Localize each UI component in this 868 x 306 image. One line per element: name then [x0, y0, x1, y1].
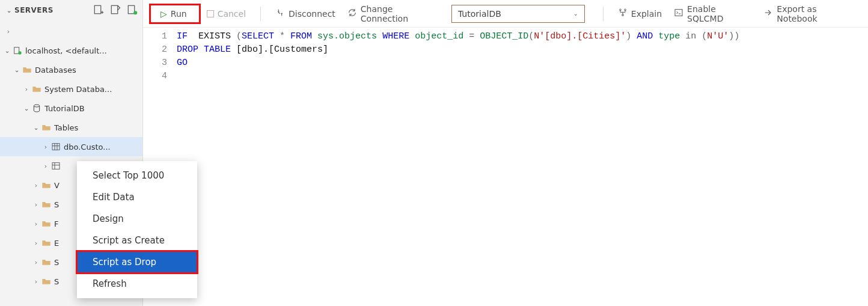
export-icon [763, 8, 773, 19]
chevron-down-icon[interactable]: ⌄ [31, 124, 41, 132]
tree-tutorialdb-row[interactable]: ⌄ TutorialDB [0, 99, 142, 118]
refresh-icon [347, 8, 357, 19]
svg-point-7 [18, 51, 21, 54]
code-line[interactable]: IF EXISTS (SELECT * FROM sys.objects WHE… [177, 30, 868, 43]
svg-point-17 [624, 9, 626, 11]
play-icon: ▷ [160, 9, 167, 19]
chevron-down-icon[interactable]: ⌄ [2, 47, 12, 55]
chevron-down-icon: ⌄ [573, 10, 578, 17]
svg-point-5 [133, 11, 137, 14]
sqlcmd-button[interactable]: Enable SQLCMD [668, 2, 757, 26]
table-icon [50, 142, 61, 151]
folder-icon [41, 180, 52, 190]
svg-rect-19 [675, 10, 682, 16]
table-icon [50, 161, 61, 171]
code-line[interactable]: GO [177, 57, 868, 70]
tree-label: localhost, <default... [25, 46, 107, 55]
menu-script-as-create[interactable]: Script as Create [77, 230, 197, 251]
stop-icon [207, 10, 214, 17]
menu-refresh[interactable]: Refresh [77, 273, 197, 295]
sidebar-title: SERVERS [14, 6, 93, 14]
folder-icon [31, 84, 42, 94]
svg-point-16 [619, 9, 621, 11]
code-line[interactable]: DROP TABLE [dbo].[Customers] [177, 43, 868, 57]
chevron-right-icon[interactable]: › [41, 143, 50, 151]
server-status-icon[interactable] [127, 4, 138, 17]
separator [260, 7, 261, 21]
tree-sysdb-row[interactable]: › System Databa... [0, 79, 142, 99]
svg-rect-0 [94, 5, 101, 14]
run-highlight: ▷ Run [149, 4, 201, 24]
chevron-right-icon[interactable]: › [31, 201, 41, 209]
new-query-icon[interactable] [110, 4, 121, 17]
folder-icon [41, 277, 52, 286]
disconnect-button[interactable]: Disconnect [269, 5, 341, 22]
cancel-button[interactable]: Cancel [201, 7, 252, 21]
new-connection-icon[interactable] [93, 4, 104, 17]
menu-script-as-drop[interactable]: Script as Drop [77, 251, 197, 273]
export-button[interactable]: Export as Notebook [757, 2, 862, 26]
chevron-right-icon[interactable]: › [4, 28, 13, 35]
chevron-down-icon[interactable]: ⌄ [5, 7, 13, 14]
run-button[interactable]: ▷ Run [152, 7, 195, 21]
chevron-right-icon[interactable]: › [31, 239, 41, 247]
database-select[interactable]: TutorialDB ⌄ [451, 5, 585, 23]
svg-point-8 [34, 105, 39, 107]
tree-label: System Databa... [44, 85, 112, 94]
folder-icon [41, 123, 52, 132]
disconnect-icon [275, 8, 285, 19]
sidebar-header: ⌄ SERVERS [0, 0, 142, 20]
context-menu: Select Top 1000 Edit Data Design Script … [77, 161, 197, 298]
chevron-down-icon[interactable]: ⌄ [12, 66, 22, 74]
folder-icon [41, 238, 52, 248]
explain-button[interactable]: Explain [612, 5, 668, 22]
chevron-right-icon[interactable]: › [41, 162, 50, 170]
chevron-right-icon[interactable]: › [31, 182, 41, 189]
code-line[interactable] [177, 70, 868, 83]
svg-rect-13 [52, 163, 60, 170]
tree-server-row[interactable]: ⌄ localhost, <default... [0, 41, 142, 60]
code-body[interactable]: IF EXISTS (SELECT * FROM sys.objects WHE… [177, 30, 868, 83]
tree-tables-row[interactable]: ⌄ Tables [0, 118, 142, 137]
server-icon [12, 46, 23, 55]
change-connection-button[interactable]: Change Connection [341, 2, 445, 26]
explain-icon [618, 8, 628, 19]
chevron-right-icon[interactable]: › [31, 220, 41, 228]
menu-edit-data[interactable]: Edit Data [77, 186, 197, 208]
tree-label: dbo.Custo... [64, 142, 111, 151]
menu-design[interactable]: Design [77, 208, 197, 230]
main: ▷ Run Cancel Disconnect Change Connectio… [143, 0, 868, 306]
tree-customers-row[interactable]: › dbo.Custo... [0, 137, 142, 156]
svg-point-18 [622, 14, 623, 16]
menu-select-top-1000[interactable]: Select Top 1000 [77, 165, 197, 186]
separator [603, 7, 604, 21]
tree-empty-row[interactable]: › [0, 22, 142, 41]
gutter: 1 2 3 4 [143, 30, 177, 83]
svg-rect-9 [52, 144, 60, 150]
database-icon [31, 103, 42, 113]
tree-label: Tables [54, 123, 78, 132]
svg-rect-4 [128, 5, 135, 14]
terminal-icon [674, 8, 683, 19]
svg-rect-3 [111, 5, 118, 14]
code-editor[interactable]: 1 2 3 4 IF EXISTS (SELECT * FROM sys.obj… [143, 28, 868, 83]
chevron-right-icon[interactable]: › [31, 278, 41, 286]
tree-label: TutorialDB [44, 104, 85, 113]
folder-icon [41, 219, 52, 228]
folder-icon [41, 200, 52, 209]
tree-databases-row[interactable]: ⌄ Databases [0, 60, 142, 79]
tree-label: Databases [35, 66, 76, 75]
chevron-right-icon[interactable]: › [31, 259, 41, 266]
folder-icon [41, 257, 52, 267]
toolbar: ▷ Run Cancel Disconnect Change Connectio… [143, 0, 868, 28]
folder-icon [22, 65, 32, 75]
chevron-right-icon[interactable]: › [22, 85, 31, 93]
chevron-down-icon[interactable]: ⌄ [22, 105, 31, 112]
